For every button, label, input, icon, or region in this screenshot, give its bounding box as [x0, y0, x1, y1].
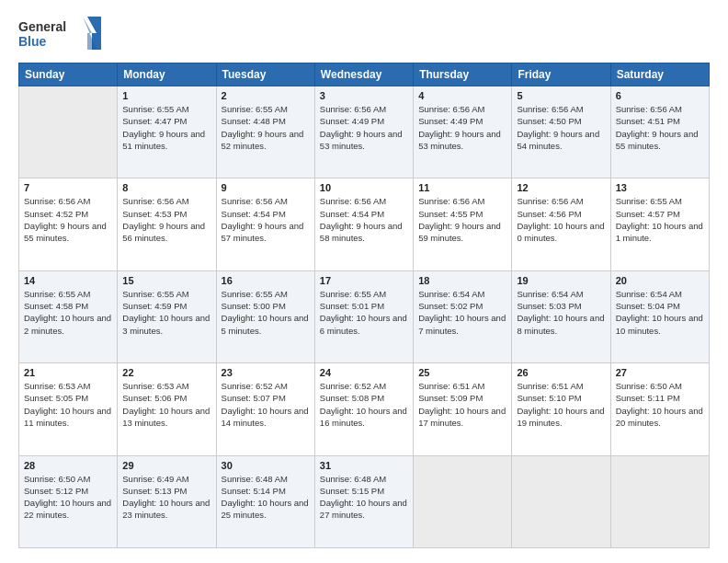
- day-number: 18: [418, 275, 506, 286]
- day-info: Sunrise: 6:54 AM Sunset: 5:03 PM Dayligh…: [517, 288, 605, 337]
- day-number: 31: [320, 460, 408, 471]
- calendar-cell: 12Sunrise: 6:56 AM Sunset: 4:56 PM Dayli…: [512, 178, 610, 270]
- calendar-cell: 11Sunrise: 6:56 AM Sunset: 4:55 PM Dayli…: [414, 178, 512, 270]
- calendar-cell: [19, 86, 118, 178]
- header: General Blue: [18, 15, 710, 53]
- day-number: 5: [517, 90, 605, 101]
- weekday-header-saturday: Saturday: [610, 63, 709, 86]
- day-number: 17: [320, 275, 408, 286]
- day-number: 30: [222, 460, 310, 471]
- calendar-cell: 30Sunrise: 6:48 AM Sunset: 5:14 PM Dayli…: [216, 455, 314, 547]
- day-info: Sunrise: 6:56 AM Sunset: 4:51 PM Dayligh…: [616, 103, 704, 152]
- weekday-header-sunday: Sunday: [19, 63, 118, 86]
- calendar-cell: 7Sunrise: 6:56 AM Sunset: 4:52 PM Daylig…: [19, 178, 118, 270]
- day-number: 29: [122, 460, 210, 471]
- day-number: 2: [222, 90, 310, 101]
- calendar-cell: 28Sunrise: 6:50 AM Sunset: 5:12 PM Dayli…: [19, 455, 118, 547]
- calendar-cell: [512, 455, 610, 547]
- calendar-cell: [610, 455, 709, 547]
- day-number: 28: [24, 460, 112, 471]
- logo: General Blue: [18, 15, 101, 53]
- calendar-cell: 20Sunrise: 6:54 AM Sunset: 5:04 PM Dayli…: [610, 270, 709, 362]
- day-number: 14: [24, 275, 112, 286]
- day-number: 11: [418, 182, 506, 193]
- day-number: 4: [418, 90, 506, 101]
- day-info: Sunrise: 6:48 AM Sunset: 5:15 PM Dayligh…: [320, 473, 408, 522]
- calendar-cell: 5Sunrise: 6:56 AM Sunset: 4:50 PM Daylig…: [512, 86, 610, 178]
- day-number: 3: [320, 90, 408, 101]
- day-info: Sunrise: 6:56 AM Sunset: 4:54 PM Dayligh…: [320, 195, 408, 244]
- day-number: 27: [616, 367, 704, 378]
- calendar-cell: 31Sunrise: 6:48 AM Sunset: 5:15 PM Dayli…: [314, 455, 413, 547]
- day-number: 8: [122, 182, 210, 193]
- day-number: 20: [616, 275, 704, 286]
- calendar-cell: 27Sunrise: 6:50 AM Sunset: 5:11 PM Dayli…: [610, 363, 709, 455]
- day-info: Sunrise: 6:55 AM Sunset: 4:57 PM Dayligh…: [616, 195, 704, 244]
- calendar-cell: 16Sunrise: 6:55 AM Sunset: 5:00 PM Dayli…: [216, 270, 314, 362]
- day-number: 16: [222, 275, 310, 286]
- day-info: Sunrise: 6:55 AM Sunset: 4:59 PM Dayligh…: [122, 288, 210, 337]
- day-number: 10: [320, 182, 408, 193]
- day-number: 7: [24, 182, 112, 193]
- day-number: 21: [24, 367, 112, 378]
- calendar-cell: 2Sunrise: 6:55 AM Sunset: 4:48 PM Daylig…: [216, 86, 314, 178]
- day-info: Sunrise: 6:55 AM Sunset: 4:47 PM Dayligh…: [122, 103, 210, 152]
- day-number: 15: [122, 275, 210, 286]
- day-info: Sunrise: 6:50 AM Sunset: 5:12 PM Dayligh…: [24, 473, 112, 522]
- day-info: Sunrise: 6:56 AM Sunset: 4:49 PM Dayligh…: [320, 103, 408, 152]
- day-number: 22: [122, 367, 210, 378]
- day-info: Sunrise: 6:50 AM Sunset: 5:11 PM Dayligh…: [616, 380, 704, 429]
- day-info: Sunrise: 6:56 AM Sunset: 4:50 PM Dayligh…: [517, 103, 605, 152]
- calendar-cell: 10Sunrise: 6:56 AM Sunset: 4:54 PM Dayli…: [314, 178, 413, 270]
- day-number: 25: [418, 367, 506, 378]
- day-number: 12: [517, 182, 605, 193]
- calendar-row-0: 1Sunrise: 6:55 AM Sunset: 4:47 PM Daylig…: [19, 86, 710, 178]
- day-number: 23: [222, 367, 310, 378]
- day-number: 26: [517, 367, 605, 378]
- calendar-cell: 21Sunrise: 6:53 AM Sunset: 5:05 PM Dayli…: [19, 363, 118, 455]
- calendar-cell: 22Sunrise: 6:53 AM Sunset: 5:06 PM Dayli…: [118, 363, 216, 455]
- day-info: Sunrise: 6:48 AM Sunset: 5:14 PM Dayligh…: [222, 473, 310, 522]
- calendar-row-1: 7Sunrise: 6:56 AM Sunset: 4:52 PM Daylig…: [19, 178, 710, 270]
- day-info: Sunrise: 6:55 AM Sunset: 5:00 PM Dayligh…: [222, 288, 310, 337]
- day-info: Sunrise: 6:56 AM Sunset: 4:55 PM Dayligh…: [418, 195, 506, 244]
- day-info: Sunrise: 6:49 AM Sunset: 5:13 PM Dayligh…: [122, 473, 210, 522]
- weekday-header-wednesday: Wednesday: [314, 63, 413, 86]
- svg-text:General: General: [18, 19, 66, 34]
- calendar-row-4: 28Sunrise: 6:50 AM Sunset: 5:12 PM Dayli…: [19, 455, 710, 547]
- day-number: 9: [222, 182, 310, 193]
- day-info: Sunrise: 6:55 AM Sunset: 4:58 PM Dayligh…: [24, 288, 112, 337]
- calendar-cell: 1Sunrise: 6:55 AM Sunset: 4:47 PM Daylig…: [118, 86, 216, 178]
- day-info: Sunrise: 6:56 AM Sunset: 4:49 PM Dayligh…: [418, 103, 506, 152]
- calendar-row-2: 14Sunrise: 6:55 AM Sunset: 4:58 PM Dayli…: [19, 270, 710, 362]
- day-info: Sunrise: 6:55 AM Sunset: 5:01 PM Dayligh…: [320, 288, 408, 337]
- calendar-cell: 8Sunrise: 6:56 AM Sunset: 4:53 PM Daylig…: [118, 178, 216, 270]
- day-info: Sunrise: 6:56 AM Sunset: 4:56 PM Dayligh…: [517, 195, 605, 244]
- calendar-cell: 3Sunrise: 6:56 AM Sunset: 4:49 PM Daylig…: [314, 86, 413, 178]
- calendar-cell: 23Sunrise: 6:52 AM Sunset: 5:07 PM Dayli…: [216, 363, 314, 455]
- weekday-header-thursday: Thursday: [414, 63, 512, 86]
- calendar-cell: 13Sunrise: 6:55 AM Sunset: 4:57 PM Dayli…: [610, 178, 709, 270]
- day-info: Sunrise: 6:52 AM Sunset: 5:07 PM Dayligh…: [222, 380, 310, 429]
- day-info: Sunrise: 6:56 AM Sunset: 4:52 PM Dayligh…: [24, 195, 112, 244]
- day-number: 19: [517, 275, 605, 286]
- weekday-header-monday: Monday: [118, 63, 216, 86]
- weekday-header-tuesday: Tuesday: [216, 63, 314, 86]
- calendar-cell: [414, 455, 512, 547]
- svg-text:Blue: Blue: [18, 34, 47, 49]
- day-info: Sunrise: 6:51 AM Sunset: 5:10 PM Dayligh…: [517, 380, 605, 429]
- day-info: Sunrise: 6:54 AM Sunset: 5:04 PM Dayligh…: [616, 288, 704, 337]
- calendar-table: SundayMondayTuesdayWednesdayThursdayFrid…: [18, 63, 710, 548]
- weekday-header-row: SundayMondayTuesdayWednesdayThursdayFrid…: [19, 63, 710, 86]
- calendar-cell: 18Sunrise: 6:54 AM Sunset: 5:02 PM Dayli…: [414, 270, 512, 362]
- day-number: 6: [616, 90, 704, 101]
- logo-svg: General Blue: [18, 15, 101, 53]
- calendar-cell: 26Sunrise: 6:51 AM Sunset: 5:10 PM Dayli…: [512, 363, 610, 455]
- calendar-cell: 9Sunrise: 6:56 AM Sunset: 4:54 PM Daylig…: [216, 178, 314, 270]
- day-info: Sunrise: 6:56 AM Sunset: 4:54 PM Dayligh…: [222, 195, 310, 244]
- calendar-cell: 6Sunrise: 6:56 AM Sunset: 4:51 PM Daylig…: [610, 86, 709, 178]
- calendar-cell: 24Sunrise: 6:52 AM Sunset: 5:08 PM Dayli…: [314, 363, 413, 455]
- calendar-cell: 4Sunrise: 6:56 AM Sunset: 4:49 PM Daylig…: [414, 86, 512, 178]
- day-info: Sunrise: 6:52 AM Sunset: 5:08 PM Dayligh…: [320, 380, 408, 429]
- day-info: Sunrise: 6:55 AM Sunset: 4:48 PM Dayligh…: [222, 103, 310, 152]
